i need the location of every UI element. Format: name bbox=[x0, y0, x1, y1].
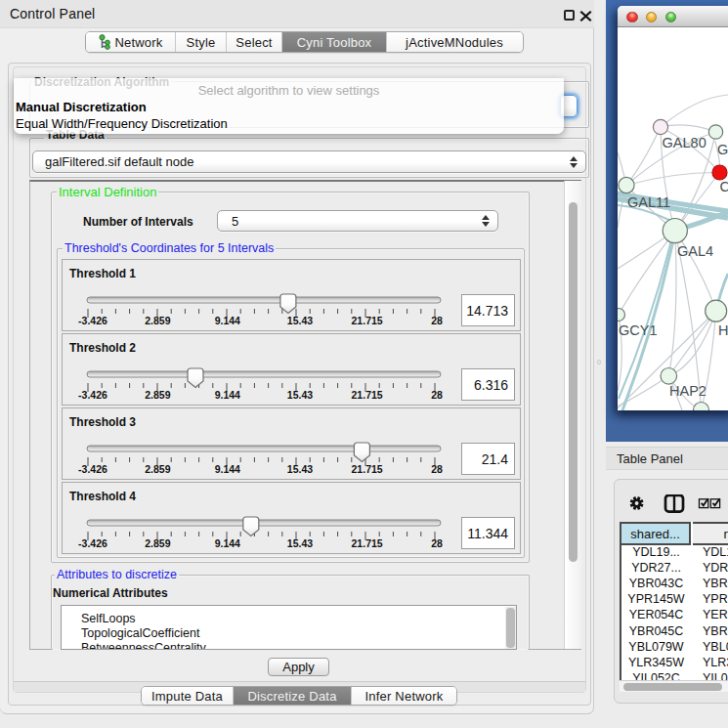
svg-text:GAL4: GAL4 bbox=[677, 243, 713, 259]
svg-text:GAL11: GAL11 bbox=[627, 194, 670, 210]
svg-text:GAL80: GAL80 bbox=[663, 135, 707, 150]
svg-text:HAP2: HAP2 bbox=[669, 383, 707, 399]
svg-text:C: C bbox=[720, 179, 728, 194]
svg-text:H: H bbox=[718, 322, 728, 338]
svg-text:GCY1: GCY1 bbox=[619, 322, 658, 338]
svg-text:GA: GA bbox=[717, 142, 728, 157]
